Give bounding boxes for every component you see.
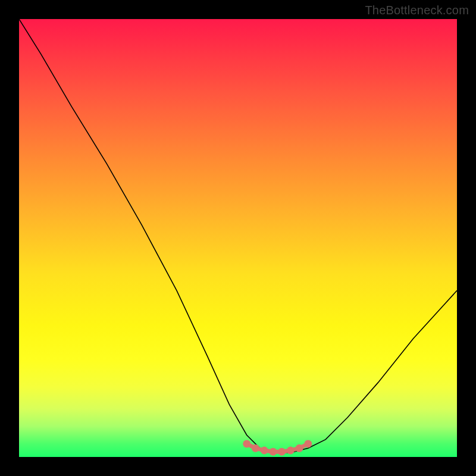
marker-dot xyxy=(296,445,302,451)
marker-dot xyxy=(261,447,267,453)
optimal-range-markers xyxy=(244,441,311,455)
marker-dot xyxy=(252,445,258,451)
marker-dot xyxy=(305,441,311,447)
watermark-text: TheBottleneck.com xyxy=(365,4,469,17)
marker-dot xyxy=(287,447,293,453)
marker-dot xyxy=(270,449,276,455)
marker-dot xyxy=(244,441,250,447)
bottleneck-curve xyxy=(19,19,457,453)
chart-plot-area xyxy=(19,19,457,457)
marker-dot xyxy=(279,449,285,455)
chart-overlay xyxy=(19,19,457,457)
